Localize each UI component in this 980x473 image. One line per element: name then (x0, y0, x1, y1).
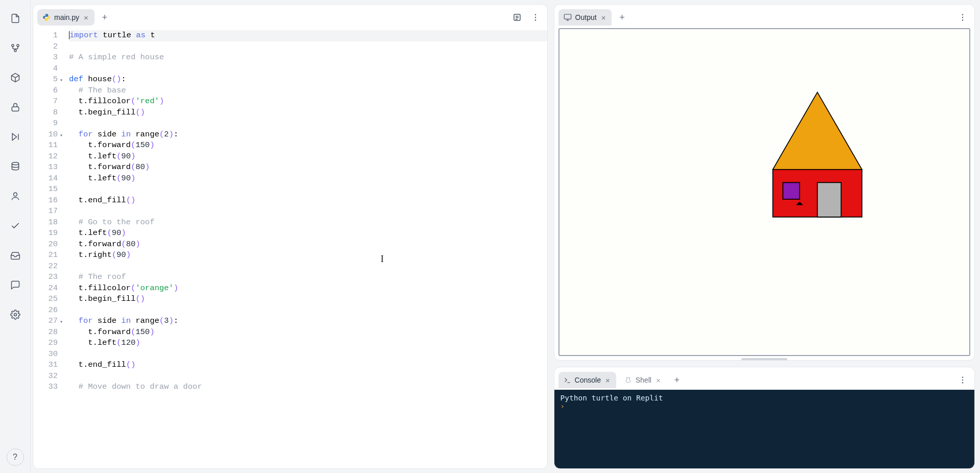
console-tabbar: Console × Shell × + (554, 367, 974, 390)
svg-point-17 (534, 19, 535, 20)
tab-main-py[interactable]: main.py × (37, 9, 95, 26)
tab-shell[interactable]: Shell × (619, 372, 667, 388)
svg-point-31 (962, 380, 963, 381)
code-column[interactable]: I import turtle as t# A simple red house… (62, 27, 547, 468)
code-line[interactable]: t.left(90) (69, 228, 547, 239)
new-console-tab-button[interactable]: + (670, 373, 684, 387)
code-line[interactable]: # A simple red house (69, 52, 547, 63)
close-console-icon[interactable]: × (604, 376, 611, 385)
code-line[interactable] (69, 305, 547, 316)
new-output-tab-button[interactable]: + (615, 10, 629, 25)
list-icon[interactable] (509, 10, 525, 25)
close-output-icon[interactable]: × (600, 13, 607, 22)
code-line[interactable]: t.forward(150) (69, 140, 547, 151)
lock-icon[interactable] (6, 98, 25, 116)
shell-icon (624, 376, 632, 384)
console-more-icon[interactable] (955, 372, 970, 388)
code-editor[interactable]: 12345▾678910▾111213141516171819202122232… (33, 27, 547, 468)
code-line[interactable]: def house(): (69, 74, 547, 85)
code-line[interactable]: t.left(90) (69, 151, 547, 162)
line-number: 18 (33, 217, 58, 228)
check-icon[interactable] (6, 217, 25, 235)
line-number: 14 (33, 173, 58, 184)
line-number: 33 (33, 382, 58, 393)
code-line[interactable]: # Go to the roof (69, 217, 547, 228)
code-line[interactable]: t.forward(80) (69, 162, 547, 173)
code-line[interactable]: t.forward(80) (69, 239, 547, 250)
svg-point-15 (534, 14, 535, 15)
svg-point-21 (962, 14, 963, 15)
python-icon (42, 13, 51, 21)
svg-marker-24 (773, 92, 861, 170)
line-number: 3 (33, 52, 58, 63)
output-panel: Output × + (554, 4, 975, 361)
new-tab-button[interactable]: + (98, 10, 112, 25)
svg-point-22 (962, 17, 963, 18)
svg-point-16 (534, 17, 535, 18)
output-tabbar: Output × + (554, 5, 974, 27)
user-icon[interactable] (6, 187, 25, 205)
code-line[interactable] (69, 371, 547, 382)
code-line[interactable]: t.end_fill() (69, 360, 547, 371)
svg-marker-4 (12, 133, 16, 140)
help-button[interactable]: ? (7, 448, 24, 466)
inbox-icon[interactable] (6, 246, 25, 265)
line-number: 21 (33, 250, 58, 261)
more-icon[interactable] (528, 10, 543, 25)
file-icon[interactable] (6, 9, 25, 28)
line-number: 12 (33, 151, 58, 162)
line-number: 23 (33, 272, 58, 283)
svg-point-8 (14, 314, 16, 316)
play-skip-icon[interactable] (6, 128, 25, 146)
code-line[interactable]: t.left(120) (69, 338, 547, 349)
code-line[interactable]: # The roof (69, 272, 547, 283)
tab-output[interactable]: Output × (558, 9, 612, 26)
settings-icon[interactable] (6, 305, 25, 324)
right-column: Output × + (554, 4, 975, 469)
code-line[interactable]: t.fillcolor('orange') (69, 283, 547, 294)
sidebar: ? (0, 0, 31, 473)
tab-console[interactable]: Console × (558, 372, 616, 388)
code-line[interactable]: # Move down to draw a door (69, 382, 547, 393)
line-number: 1 (33, 30, 58, 41)
line-number: 11 (33, 140, 58, 151)
turtle-canvas[interactable] (558, 28, 970, 356)
code-line[interactable] (69, 41, 547, 53)
code-line[interactable]: t.begin_fill() (69, 107, 547, 119)
console-body[interactable]: Python turtle on Replit › (554, 390, 974, 468)
code-line[interactable] (69, 118, 547, 129)
code-line[interactable]: t.fillcolor('red') (69, 96, 547, 107)
code-line[interactable]: t.begin_fill() (69, 294, 547, 305)
tab-output-label: Output (575, 13, 597, 21)
code-line[interactable]: for side in range(2): (69, 129, 547, 140)
database-icon[interactable] (6, 157, 25, 176)
code-line[interactable]: t.end_fill() (69, 195, 547, 206)
line-number: 16 (33, 195, 58, 206)
code-line[interactable] (69, 349, 547, 360)
chat-icon[interactable] (6, 276, 25, 294)
code-line[interactable] (69, 261, 547, 272)
editor-panel: main.py × + 12345▾678910▾111213141516171… (33, 4, 548, 469)
svg-point-32 (962, 382, 963, 383)
branch-icon[interactable] (6, 39, 25, 57)
line-number: 20 (33, 239, 58, 250)
code-line[interactable]: t.left(90) (69, 173, 547, 184)
code-line[interactable]: for side in range(3): (69, 316, 547, 327)
package-icon[interactable] (6, 68, 25, 87)
code-line[interactable]: # The base (69, 85, 547, 97)
svg-point-10 (47, 19, 48, 20)
line-number: 30 (33, 349, 58, 360)
code-line[interactable] (69, 63, 547, 75)
code-line[interactable]: t.forward(150) (69, 327, 547, 338)
code-line[interactable]: t.right(90) (69, 250, 547, 261)
code-line[interactable] (69, 206, 547, 217)
close-shell-icon[interactable]: × (655, 376, 662, 385)
code-line[interactable] (69, 184, 547, 195)
line-number: 7 (33, 96, 58, 107)
output-more-icon[interactable] (955, 10, 970, 25)
line-number: 8 (33, 107, 58, 119)
code-line[interactable]: import turtle as t (69, 30, 547, 41)
svg-point-2 (14, 50, 16, 52)
close-tab-icon[interactable]: × (83, 13, 89, 22)
panel-drag-handle[interactable] (741, 358, 787, 361)
